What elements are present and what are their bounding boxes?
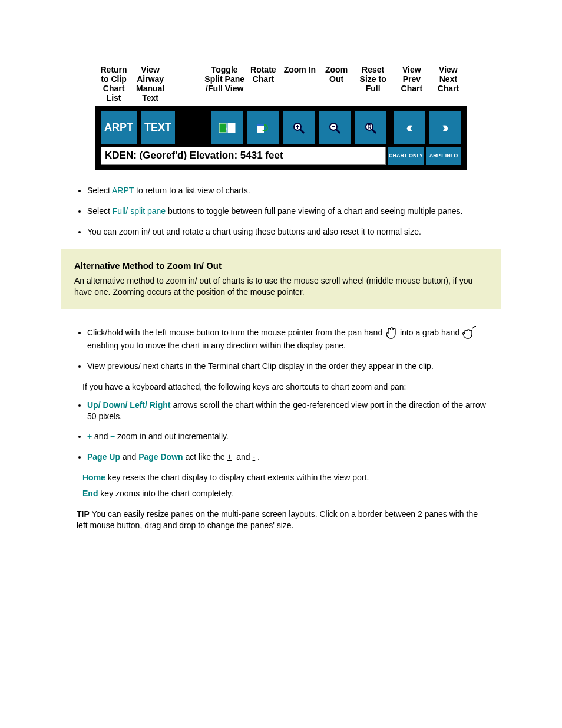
zoom-in-button[interactable]	[283, 111, 315, 144]
reset-icon: R	[364, 121, 377, 134]
label-text: View Airway Manual Text	[132, 65, 168, 103]
bullet-item: Select Full/ split pane buttons to toggl…	[87, 206, 497, 217]
svg-line-9	[300, 129, 304, 133]
label-zoom-in: Zoom In	[282, 65, 318, 103]
rotate-button[interactable]	[247, 111, 279, 144]
zoom-out-icon	[328, 121, 341, 134]
bullet-item: Select ARPT to return to a list view of …	[87, 185, 497, 196]
label-next: View Next Chart	[430, 65, 467, 103]
bullet-item: View previous/ next charts in the Termin…	[87, 361, 497, 372]
label-split: Toggle Split Pane /Full View	[204, 65, 245, 103]
label-reset: Reset Size to Full	[355, 65, 391, 103]
keys-intro: If you have a keyboard attached, the fol…	[82, 381, 480, 393]
svg-line-12	[336, 129, 340, 133]
label-arpt: Return to Clip Chart List	[95, 65, 132, 103]
chevron-right-icon: ››	[442, 118, 448, 137]
arpt-info-label: ARPT INFO	[429, 153, 458, 159]
svg-text:R: R	[367, 124, 372, 130]
rotate-icon	[256, 121, 270, 134]
bullet-item: Up/ Down/ Left/ Right arrows scroll the …	[87, 400, 497, 422]
svg-text:↔: ↔	[224, 124, 232, 133]
keyword-arpt: ARPT	[112, 186, 134, 195]
keys-end: End key zooms into the chart completely.	[82, 488, 480, 499]
arpt-info-button[interactable]: ARPT INFO	[426, 147, 461, 165]
pan-hand-icon	[385, 326, 398, 340]
split-pane-button[interactable]: ↔	[211, 111, 243, 144]
arpt-button[interactable]: ARPT	[101, 111, 137, 144]
keyword-split: Full/ split pane	[113, 206, 166, 216]
svg-line-16	[472, 326, 475, 328]
zoom-out-button[interactable]	[319, 111, 351, 144]
grab-hand-icon	[462, 326, 476, 340]
tip-label: TIP	[77, 509, 90, 519]
reset-size-button[interactable]: R	[355, 111, 386, 144]
prev-chart-button[interactable]: ‹‹	[394, 111, 425, 144]
bullet-list-keys: Up/ Down/ Left/ Right arrows scroll the …	[75, 400, 503, 463]
tip-block: TIP You can easily resize panes on the m…	[77, 509, 485, 531]
split-pane-icon: ↔	[219, 122, 236, 134]
toolbar-panel: ARPT TEXT ↔	[95, 106, 467, 170]
toolbar-figure: Return to Clip Chart List View Airway Ma…	[95, 65, 467, 170]
label-rotate: Rotate Chart	[245, 65, 282, 103]
bullet-list-top: Select ARPT to return to a list view of …	[75, 185, 503, 238]
bullet-item: Click/hold with the left mouse button to…	[87, 326, 497, 351]
keys-home: Home key resets the chart display to dis…	[82, 472, 480, 483]
callout-box: Alternative Method to Zoom In/ Out An al…	[61, 249, 501, 309]
chevron-left-icon: ‹‹	[406, 118, 413, 137]
bullet-item: + and – zoom in and out incrementally.	[87, 431, 497, 442]
label-prev: View Prev Chart	[394, 65, 430, 103]
bullet-item: You can zoom in/ out and rotate a chart …	[87, 226, 497, 238]
callout-body: An alternative method to zoom in/ out of…	[74, 275, 488, 298]
svg-rect-4	[257, 124, 264, 126]
text-button[interactable]: TEXT	[141, 111, 175, 144]
tip-body: You can easily resize panes on the multi…	[77, 509, 478, 530]
label-zoom-out: Zoom Out	[318, 65, 355, 103]
bullet-list-mid: Click/hold with the left mouse button to…	[75, 326, 503, 372]
info-bar: KDEN: (Georef'd) Elevation: 5431 feet	[101, 147, 386, 165]
zoom-in-icon	[292, 121, 305, 134]
chart-only-button[interactable]: CHART ONLY	[388, 147, 424, 165]
svg-line-15	[372, 129, 376, 133]
bullet-item: Page Up and Page Down act like the + and…	[87, 452, 497, 463]
next-chart-button[interactable]: ››	[429, 111, 461, 144]
callout-title: Alternative Method to Zoom In/ Out	[74, 260, 488, 272]
